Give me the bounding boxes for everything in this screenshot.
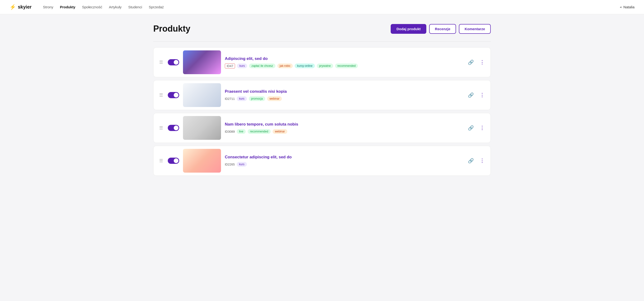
product-id: ID3089 xyxy=(225,130,235,133)
nav-sprzedaz[interactable]: Sprzedaż xyxy=(149,5,164,9)
product-toggle[interactable] xyxy=(168,59,179,65)
product-image xyxy=(183,50,221,74)
product-tag[interactable]: promocja xyxy=(249,96,265,101)
brand-name: skyier xyxy=(18,4,32,10)
product-meta: ID3089liverecommendedwebinar xyxy=(225,129,463,134)
product-tag[interactable]: recommended xyxy=(248,129,271,134)
product-image xyxy=(183,116,221,140)
user-menu-arrow: ◄ xyxy=(619,6,622,9)
product-name[interactable]: Nam libero tempore, cum soluta nobis xyxy=(225,122,463,127)
product-tag[interactable]: kurs xyxy=(237,96,247,101)
product-tag[interactable]: kursy-online xyxy=(295,64,315,68)
product-tag[interactable]: live xyxy=(237,129,246,134)
nav-spolecznosc[interactable]: Społeczność xyxy=(82,5,102,9)
product-card: ☰Adipiscing elit, sed doID47kurszapłać i… xyxy=(153,47,491,77)
user-name: Natalia xyxy=(623,5,634,9)
product-tag[interactable]: webinar xyxy=(267,96,282,101)
page-title: Produkty xyxy=(153,24,391,34)
product-tag[interactable]: prywatne xyxy=(317,64,333,68)
link-icon[interactable]: 🔗 xyxy=(467,157,475,165)
add-product-button[interactable]: Dodaj produkt xyxy=(391,24,426,34)
product-meta: ID2265kurs xyxy=(225,162,463,167)
product-name[interactable]: Consectetur adipiscing elit, sed do xyxy=(225,155,463,160)
product-info: Praesent vel convallis nisi kopiaID2711k… xyxy=(225,89,463,101)
product-id: ID2711 xyxy=(225,97,235,101)
link-icon[interactable]: 🔗 xyxy=(467,59,475,66)
comments-button[interactable]: Komentarze xyxy=(459,24,491,34)
product-card: ☰Praesent vel convallis nisi kopiaID2711… xyxy=(153,80,491,110)
page-header: Produkty Dodaj produkt Recenzje Komentar… xyxy=(153,24,491,34)
product-card: ☰Nam libero tempore, cum soluta nobisID3… xyxy=(153,113,491,143)
product-card: ☰Consectetur adipiscing elit, sed doID22… xyxy=(153,146,491,176)
more-options-icon[interactable]: ⋮ xyxy=(478,91,486,99)
product-info: Consectetur adipiscing elit, sed doID226… xyxy=(225,155,463,167)
nav-produkty[interactable]: Produkty xyxy=(60,5,75,9)
product-actions: 🔗⋮ xyxy=(467,58,486,66)
nav-links: Strony Produkty Społeczność Artykuły Stu… xyxy=(43,5,164,9)
product-toggle[interactable] xyxy=(168,92,179,98)
product-id: ID2265 xyxy=(225,163,235,166)
product-actions: 🔗⋮ xyxy=(467,157,486,165)
product-actions: 🔗⋮ xyxy=(467,124,486,132)
link-icon[interactable]: 🔗 xyxy=(467,124,475,132)
product-toggle[interactable] xyxy=(168,125,179,131)
more-options-icon[interactable]: ⋮ xyxy=(478,157,486,165)
drag-handle[interactable]: ☰ xyxy=(158,92,164,99)
more-options-icon[interactable]: ⋮ xyxy=(478,58,486,66)
nav-strony[interactable]: Strony xyxy=(43,5,53,9)
drag-handle[interactable]: ☰ xyxy=(158,157,164,164)
product-tag[interactable]: webinar xyxy=(272,129,287,134)
product-image xyxy=(183,149,221,173)
product-meta: ID47kurszapłać ile chceszjak-robickursy-… xyxy=(225,64,463,69)
nav-studenci[interactable]: Studenci xyxy=(128,5,142,9)
product-list: ☰Adipiscing elit, sed doID47kurszapłać i… xyxy=(153,47,491,176)
product-id: ID47 xyxy=(225,64,235,69)
product-tag[interactable]: kurs xyxy=(237,64,247,68)
link-icon[interactable]: 🔗 xyxy=(467,91,475,99)
product-info: Adipiscing elit, sed doID47kurszapłać il… xyxy=(225,56,463,69)
header-divider xyxy=(153,41,491,42)
header-actions: Dodaj produkt Recenzje Komentarze xyxy=(391,24,491,34)
nav-artykuly[interactable]: Artykuły xyxy=(109,5,122,9)
product-info: Nam libero tempore, cum soluta nobisID30… xyxy=(225,122,463,134)
product-tag[interactable]: kurs xyxy=(237,162,247,167)
product-image xyxy=(183,83,221,107)
product-tag[interactable]: jak-robic xyxy=(277,64,293,68)
product-tag[interactable]: recommended xyxy=(335,64,358,68)
user-menu[interactable]: ◄ Natalia xyxy=(619,5,634,9)
product-tag[interactable]: zapłać ile chcesz xyxy=(249,64,276,68)
product-actions: 🔗⋮ xyxy=(467,91,486,99)
product-name[interactable]: Adipiscing elit, sed do xyxy=(225,56,463,61)
reviews-button[interactable]: Recenzje xyxy=(429,24,456,34)
drag-handle[interactable]: ☰ xyxy=(158,124,164,131)
drag-handle[interactable]: ☰ xyxy=(158,59,164,66)
logo-icon: ⚡ xyxy=(10,4,16,10)
product-toggle[interactable] xyxy=(168,158,179,164)
product-meta: ID2711kurspromocjawebinar xyxy=(225,96,463,101)
brand-logo[interactable]: ⚡ skyier xyxy=(10,4,32,10)
more-options-icon[interactable]: ⋮ xyxy=(478,124,486,132)
product-name[interactable]: Praesent vel convallis nisi kopia xyxy=(225,89,463,94)
